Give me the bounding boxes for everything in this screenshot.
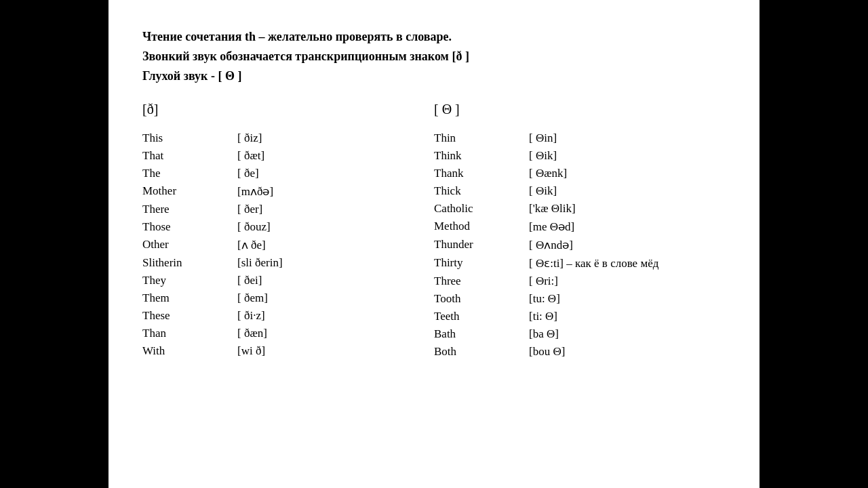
left-column: [ð] This [ ðiz] That [ ðæt] The [ ðe] Mo…	[142, 102, 434, 361]
left-word-row: Them [ ðem]	[142, 289, 434, 307]
right-word-cell: Teeth	[434, 308, 529, 325]
right-word-row: Bath [ba Θ]	[434, 325, 726, 343]
left-trans-cell: [ ði·z]	[237, 307, 434, 325]
left-word-row: Other [ʌ ðe]	[142, 236, 434, 254]
right-trans-cell: [tu: Θ]	[529, 290, 726, 308]
right-word-cell: Thick	[434, 182, 529, 200]
left-trans-cell: [ʌ ðe]	[237, 236, 434, 254]
left-word-row: Those [ ðouz]	[142, 218, 434, 236]
right-column: [ Θ ] Thin [ Θin] Think [ Θik] Thank [ Θ…	[434, 102, 726, 361]
right-trans-cell: [ Θænk]	[529, 165, 726, 182]
right-trans-cell: [ Θik]	[529, 182, 726, 200]
left-trans-cell: [ ðæn]	[237, 325, 434, 342]
right-word-row: Thunder [ Θʌndə]	[434, 236, 726, 254]
main-content: Чтение сочетания th – желательно проверя…	[108, 0, 760, 488]
right-word-row: Three [ Θri:]	[434, 272, 726, 290]
right-word-row: Thank [ Θænk]	[434, 165, 726, 182]
left-word-cell: They	[142, 272, 237, 289]
left-word-row: Than [ ðæn]	[142, 325, 434, 342]
right-trans-cell: ['kæ Θlik]	[529, 200, 726, 218]
left-word-row: With [wi ð]	[142, 342, 434, 360]
right-word-cell: Catholic	[434, 200, 529, 218]
left-word-cell: Than	[142, 325, 237, 342]
left-word-cell: With	[142, 342, 237, 360]
left-word-row: Mother [mʌðə]	[142, 182, 434, 201]
right-word-cell: Both	[434, 343, 529, 361]
left-word-row: The [ ðe]	[142, 165, 434, 182]
phonetics-container: [ð] This [ ðiz] That [ ðæt] The [ ðe] Mo…	[142, 102, 726, 361]
right-word-row: Thick [ Θik]	[434, 182, 726, 200]
intro-line1: Чтение сочетания th – желательно проверя…	[142, 27, 726, 47]
left-trans-cell: [ ðer]	[237, 201, 434, 218]
right-trans-cell: [bou Θ]	[529, 343, 726, 361]
left-word-row: Slitherin [sli ðerin]	[142, 254, 434, 272]
right-trans-cell: [ba Θ]	[529, 325, 726, 343]
right-word-table: Thin [ Θin] Think [ Θik] Thank [ Θænk] T…	[434, 129, 726, 361]
right-word-cell: Thunder	[434, 236, 529, 254]
left-word-cell: Those	[142, 218, 237, 236]
right-word-cell: Thin	[434, 129, 529, 147]
right-symbol: [ Θ ]	[434, 102, 726, 117]
left-trans-cell: [ ðei]	[237, 272, 434, 289]
right-word-row: Think [ Θik]	[434, 147, 726, 165]
right-word-cell: Tooth	[434, 290, 529, 308]
left-trans-cell: [ ðe]	[237, 165, 434, 182]
left-word-cell: That	[142, 147, 237, 165]
left-word-cell: There	[142, 201, 237, 218]
left-word-table: This [ ðiz] That [ ðæt] The [ ðe] Mother…	[142, 129, 434, 360]
right-word-row: Catholic ['kæ Θlik]	[434, 200, 726, 218]
left-word-cell: These	[142, 307, 237, 325]
left-word-cell: This	[142, 129, 237, 147]
right-trans-cell: [ Θin]	[529, 129, 726, 147]
right-word-cell: Thirty	[434, 254, 529, 272]
left-word-cell: Slitherin	[142, 254, 237, 272]
intro-block: Чтение сочетания th – желательно проверя…	[142, 27, 726, 85]
left-word-row: These [ ði·z]	[142, 307, 434, 325]
right-word-cell: Method	[434, 218, 529, 236]
left-word-row: This [ ðiz]	[142, 129, 434, 147]
left-trans-cell: [ ðouz]	[237, 218, 434, 236]
right-word-row: Method [me Θəd]	[434, 218, 726, 236]
intro-line3: Глухой звук - [ Θ ]	[142, 66, 726, 86]
left-word-row: There [ ðer]	[142, 201, 434, 218]
left-trans-cell: [ ðæt]	[237, 147, 434, 165]
right-word-row: Tooth [tu: Θ]	[434, 290, 726, 308]
right-word-cell: Three	[434, 272, 529, 290]
right-trans-cell: [ti: Θ]	[529, 308, 726, 325]
left-word-cell: The	[142, 165, 237, 182]
right-word-row: Both [bou Θ]	[434, 343, 726, 361]
right-word-row: Teeth [ti: Θ]	[434, 308, 726, 325]
right-word-cell: Thank	[434, 165, 529, 182]
right-word-row: Thin [ Θin]	[434, 129, 726, 147]
left-trans-cell: [mʌðə]	[237, 182, 434, 201]
left-word-cell: Them	[142, 289, 237, 307]
left-word-cell: Mother	[142, 182, 237, 201]
right-trans-cell: [ Θɛ:ti] – как ё в слове мёд	[529, 254, 726, 272]
right-trans-cell: [ Θri:]	[529, 272, 726, 290]
right-trans-cell: [ Θʌndə]	[529, 236, 726, 254]
left-trans-cell: [ ðem]	[237, 289, 434, 307]
right-word-row: Thirty [ Θɛ:ti] – как ё в слове мёд	[434, 254, 726, 272]
left-trans-cell: [wi ð]	[237, 342, 434, 360]
left-word-row: They [ ðei]	[142, 272, 434, 289]
left-word-row: That [ ðæt]	[142, 147, 434, 165]
right-word-cell: Bath	[434, 325, 529, 343]
left-trans-cell: [sli ðerin]	[237, 254, 434, 272]
left-word-cell: Other	[142, 236, 237, 254]
right-trans-cell: [me Θəd]	[529, 218, 726, 236]
left-symbol: [ð]	[142, 102, 434, 117]
right-word-cell: Think	[434, 147, 529, 165]
intro-line2: Звонкий звук обозначается транскрипционн…	[142, 47, 726, 66]
right-trans-cell: [ Θik]	[529, 147, 726, 165]
left-trans-cell: [ ðiz]	[237, 129, 434, 147]
